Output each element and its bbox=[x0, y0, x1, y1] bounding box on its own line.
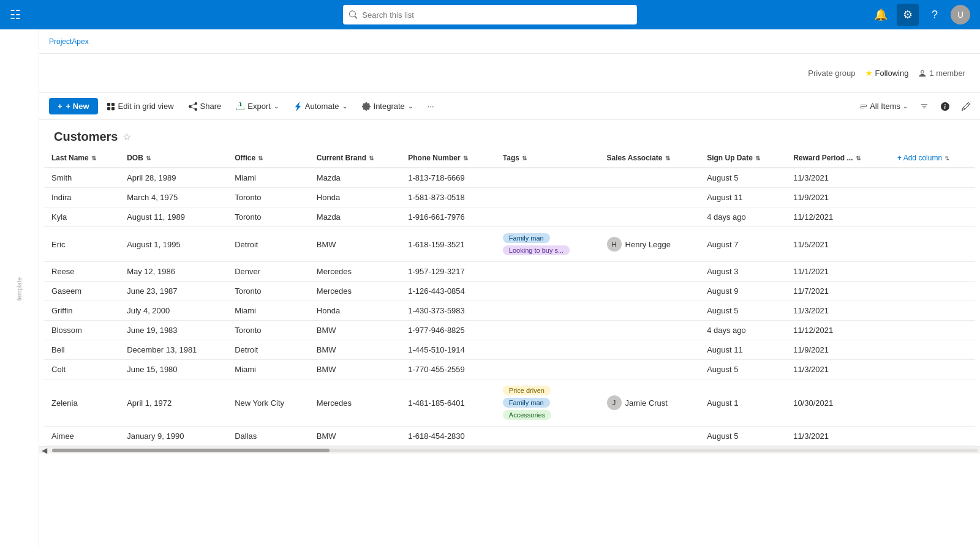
cell-last-name: Zelenia bbox=[44, 379, 119, 427]
private-group-label: Private group bbox=[808, 69, 855, 78]
cell-add-column bbox=[890, 282, 975, 301]
export-chevron: ⌄ bbox=[274, 103, 279, 110]
col-header-sales[interactable]: Sales Associate ⇅ bbox=[600, 149, 700, 168]
tag-badge[interactable]: Looking to buy s... bbox=[503, 245, 570, 255]
cell-reward-period: 11/7/2021 bbox=[786, 282, 890, 301]
table-row[interactable]: KylaAugust 11, 1989TorontoMazda1-916-661… bbox=[44, 207, 975, 227]
table-wrapper: Last Name ⇅ DOB ⇅ Office bbox=[39, 149, 980, 446]
col-header-last-name[interactable]: Last Name ⇅ bbox=[44, 149, 119, 168]
tag-badge[interactable]: Family man bbox=[503, 398, 550, 408]
cell-office: Miami bbox=[227, 168, 309, 188]
view-icon bbox=[859, 102, 867, 111]
list-title-area: Customers ☆ bbox=[39, 120, 980, 149]
edit-view-button[interactable] bbox=[957, 99, 975, 114]
edit-grid-button[interactable]: Edit in grid view bbox=[100, 98, 180, 114]
info-icon bbox=[941, 102, 949, 111]
grid-icon bbox=[107, 102, 115, 111]
share-button[interactable]: Share bbox=[183, 98, 228, 114]
table-row[interactable]: SmithApril 28, 1989MiamiMazda1-813-718-6… bbox=[44, 168, 975, 188]
following-button[interactable]: ★ Following bbox=[865, 69, 909, 78]
user-avatar[interactable]: U bbox=[951, 5, 970, 24]
table-row[interactable]: IndiraMarch 4, 1975TorontoHonda1-581-873… bbox=[44, 188, 975, 207]
cell-phone: 1-430-373-5983 bbox=[401, 301, 496, 321]
cell-dob: August 1, 1995 bbox=[119, 227, 227, 262]
table-row[interactable]: ZeleniaApril 1, 1972New York CityMercede… bbox=[44, 379, 975, 427]
cell-tags: Price drivenFamily manAccessories bbox=[496, 379, 600, 427]
cell-associate bbox=[600, 168, 700, 188]
cell-phone: 1-618-159-3521 bbox=[401, 227, 496, 262]
cell-tags bbox=[496, 188, 600, 207]
filter-button[interactable] bbox=[915, 99, 933, 114]
table-row[interactable]: ColtJune 15, 1980MiamiBMW1-770-455-2559A… bbox=[44, 360, 975, 379]
cell-signup-date: August 7 bbox=[699, 227, 786, 262]
search-bar[interactable] bbox=[343, 5, 637, 24]
cell-last-name: Bell bbox=[44, 340, 119, 360]
cell-last-name: Blossom bbox=[44, 321, 119, 340]
table-row[interactable]: AimeeJanuary 9, 1990DallasBMW1-618-454-2… bbox=[44, 427, 975, 446]
scrollbar-track[interactable] bbox=[52, 449, 978, 452]
more-button[interactable]: ··· bbox=[421, 98, 440, 114]
cell-phone: 1-770-455-2559 bbox=[401, 360, 496, 379]
cell-dob: June 19, 1983 bbox=[119, 321, 227, 340]
favorite-star[interactable]: ☆ bbox=[123, 131, 131, 143]
breadcrumb[interactable]: ProjectApex bbox=[49, 37, 89, 46]
cell-add-column bbox=[890, 360, 975, 379]
new-button[interactable]: + + New bbox=[49, 98, 98, 114]
search-icon bbox=[349, 10, 357, 19]
settings-icon[interactable]: ⚙ bbox=[897, 4, 919, 26]
export-button[interactable]: Export ⌄ bbox=[230, 98, 285, 114]
col-header-tags[interactable]: Tags ⇅ bbox=[496, 149, 600, 168]
col-header-add[interactable]: + Add column ⇅ bbox=[890, 149, 975, 168]
col-header-phone[interactable]: Phone Number ⇅ bbox=[401, 149, 496, 168]
cell-associate bbox=[600, 301, 700, 321]
col-header-dob[interactable]: DOB ⇅ bbox=[119, 149, 227, 168]
cell-add-column bbox=[890, 262, 975, 282]
cell-last-name: Gaseem bbox=[44, 282, 119, 301]
cell-add-column bbox=[890, 321, 975, 340]
info-button[interactable] bbox=[936, 99, 954, 114]
scroll-left-btn[interactable]: ◀ bbox=[42, 446, 47, 455]
export-label: Export bbox=[247, 102, 271, 111]
cell-last-name: Eric bbox=[44, 227, 119, 262]
automate-button[interactable]: Automate ⌄ bbox=[287, 98, 353, 114]
view-selector[interactable]: All Items ⌄ bbox=[854, 99, 913, 113]
table-row[interactable]: BellDecember 13, 1981DetroitBMW1-445-510… bbox=[44, 340, 975, 360]
edit-icon bbox=[962, 102, 970, 111]
tag-badge[interactable]: Family man bbox=[503, 233, 550, 243]
cell-dob: December 13, 1981 bbox=[119, 340, 227, 360]
automate-label: Automate bbox=[305, 102, 339, 111]
search-input[interactable] bbox=[362, 10, 631, 20]
site-header: Private group ★ Following 1 member bbox=[39, 54, 980, 93]
table-row[interactable]: BlossomJune 19, 1983TorontoBMW1-977-946-… bbox=[44, 321, 975, 340]
customers-table: Last Name ⇅ DOB ⇅ Office bbox=[44, 149, 975, 446]
cell-brand: Mazda bbox=[309, 168, 401, 188]
cell-brand: Honda bbox=[309, 301, 401, 321]
cell-dob: June 15, 1980 bbox=[119, 360, 227, 379]
cell-brand: Honda bbox=[309, 188, 401, 207]
integrate-button[interactable]: Integrate ⌄ bbox=[356, 98, 419, 114]
help-icon[interactable]: ? bbox=[924, 4, 946, 26]
col-header-office[interactable]: Office ⇅ bbox=[227, 149, 309, 168]
cell-phone: 1-977-946-8825 bbox=[401, 321, 496, 340]
share-icon bbox=[189, 102, 197, 111]
tag-badge[interactable]: Price driven bbox=[503, 386, 551, 395]
table-row[interactable]: ReeseMay 12, 1986DenverMercedes1-957-129… bbox=[44, 262, 975, 282]
cell-associate bbox=[600, 282, 700, 301]
col-header-reward[interactable]: Reward Period ... ⇅ bbox=[786, 149, 890, 168]
notifications-icon[interactable]: 🔔 bbox=[870, 4, 892, 26]
tag-badge[interactable]: Accessories bbox=[503, 410, 551, 420]
automate-icon bbox=[293, 102, 302, 111]
cell-add-column bbox=[890, 301, 975, 321]
cell-office: Denver bbox=[227, 262, 309, 282]
table-row[interactable]: GriffinJuly 4, 2000MiamiHonda1-430-373-5… bbox=[44, 301, 975, 321]
scrollbar-area[interactable]: ◀ bbox=[39, 446, 980, 454]
integrate-label: Integrate bbox=[374, 102, 405, 111]
table-row[interactable]: GaseemJune 23, 1987TorontoMercedes1-126-… bbox=[44, 282, 975, 301]
table-row[interactable]: EricAugust 1, 1995DetroitBMW1-618-159-35… bbox=[44, 227, 975, 262]
associate-info: JJamie Crust bbox=[607, 395, 693, 410]
members-label: 1 member bbox=[929, 69, 965, 78]
col-header-brand[interactable]: Current Brand ⇅ bbox=[309, 149, 401, 168]
col-header-signup[interactable]: Sign Up Date ⇅ bbox=[699, 149, 786, 168]
cell-office: Toronto bbox=[227, 282, 309, 301]
cell-reward-period: 11/9/2021 bbox=[786, 188, 890, 207]
